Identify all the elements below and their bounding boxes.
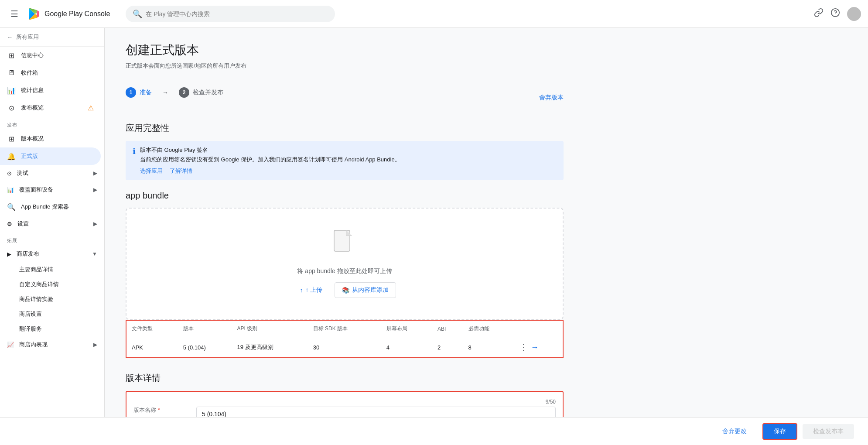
cell-screen-layout: 4	[381, 337, 432, 358]
topbar: ☰	[0, 0, 868, 28]
layout: ← 所有应用 ⊞ 信息中心 🖥 收件箱 📊 统计信息 ⊙ 发布概览 ⚠ 发布 ⊞…	[0, 28, 868, 417]
upload-arrow-icon: ↑	[300, 287, 303, 294]
abandon-version-link[interactable]: 舍弃版本	[539, 94, 564, 102]
chevron-right-icon: ▶	[93, 187, 97, 193]
warning-icon: ⚠	[88, 104, 94, 112]
app-logo[interactable]: Google Play Console	[27, 7, 110, 21]
cell-features: 8	[463, 337, 514, 358]
info-icon: ℹ	[133, 147, 136, 156]
sidebar-item-inbox[interactable]: 🖥 收件箱	[0, 64, 101, 82]
app-integrity-title: 应用完整性	[126, 122, 564, 134]
sidebar-item-publish-overview[interactable]: ⊙ 发布概览 ⚠	[0, 99, 101, 116]
sidebar-item-version-overview[interactable]: ⊞ 版本概况	[0, 130, 101, 147]
performance-icon: 📈	[7, 342, 14, 348]
chevron-down-icon: ▼	[92, 251, 97, 257]
col-screen-layout: 屏幕布局	[381, 320, 432, 337]
back-button[interactable]: ← 所有应用	[0, 28, 104, 47]
select-app-link[interactable]: 选择应用	[140, 167, 163, 175]
sidebar-item-app-bundle[interactable]: 🔍 App Bundle 探索器	[0, 198, 101, 216]
sidebar-sub-custom-details[interactable]: 自定义商品详情	[0, 277, 104, 292]
back-arrow-icon: ←	[7, 34, 13, 41]
col-abi: ABI	[432, 320, 463, 337]
sidebar-item-label: 统计信息	[21, 86, 44, 94]
version-name-label: 版本名称 *	[133, 406, 186, 414]
abandon-changes-button[interactable]: 舍弃更改	[712, 424, 757, 439]
sidebar-item-stats[interactable]: 📊 统计信息	[0, 82, 101, 99]
upload-hint-text: 将 app bundle 拖放至此处即可上传	[297, 267, 392, 275]
topbar-actions	[814, 7, 861, 21]
upload-button-label: ↑ 上传	[306, 286, 323, 294]
sidebar-item-performance[interactable]: 📈 商店内表现 ▶	[0, 336, 104, 353]
step-1-circle: 1	[126, 87, 136, 98]
step-2-label: 检查并发布	[193, 89, 223, 96]
sidebar-item-test[interactable]: ⊙ 测试 ▶	[0, 165, 104, 181]
table-row: APK 5 (0.104) 19 及更高级别 30 4 2 8 ⋮ →	[126, 337, 563, 358]
step-1-label: 准备	[140, 89, 152, 96]
sidebar-item-label: 正式版	[21, 152, 38, 160]
col-version: 版本	[178, 320, 232, 337]
save-button[interactable]: 保存	[762, 423, 797, 440]
sidebar-sub-shop-settings[interactable]: 商店设置	[0, 307, 104, 322]
search-input[interactable]	[146, 10, 328, 17]
svg-marker-3	[37, 10, 39, 18]
settings-icon: ⚙	[7, 221, 12, 227]
sidebar-item-coverage[interactable]: 📊 覆盖面和设备 ▶	[0, 181, 104, 198]
help-icon[interactable]	[830, 8, 840, 20]
avatar[interactable]	[847, 7, 861, 21]
sidebar-item-dashboard[interactable]: ⊞ 信息中心	[0, 47, 101, 64]
search-bar: 🔍	[126, 6, 335, 22]
col-features: 必需功能	[463, 320, 514, 337]
release-icon: 🔔	[7, 152, 16, 161]
sidebar-item-label: 设置	[17, 220, 29, 228]
sidebar: ← 所有应用 ⊞ 信息中心 🖥 收件箱 📊 统计信息 ⊙ 发布概览 ⚠ 发布 ⊞…	[0, 28, 105, 417]
sidebar-item-shop-publish[interactable]: ▶ 商店发布 ▼	[0, 246, 104, 262]
page-title: 创建正式版本	[126, 42, 246, 58]
chevron-right-icon: ▶	[93, 342, 97, 348]
menu-icon[interactable]: ☰	[7, 5, 22, 23]
sidebar-item-label: 测试	[17, 169, 28, 177]
version-details-title: 版本详情	[126, 372, 564, 384]
stats-icon: 📊	[7, 86, 16, 95]
sidebar-item-label: 发布概览	[21, 104, 44, 112]
main-content-area: 创建正式版本 正式版本会面向您所选国家/地区的所有用户发布 1 准备 → 2 检…	[105, 28, 868, 417]
step-2: 2 检查并发布	[179, 87, 223, 98]
sidebar-item-release[interactable]: 🔔 正式版	[0, 147, 101, 165]
sidebar-sub-experiment[interactable]: 商品详情实验	[0, 292, 104, 307]
review-publish-button: 检查发布本	[803, 424, 854, 439]
sidebar-item-label: 商店发布	[17, 250, 39, 258]
back-label: 所有应用	[16, 33, 39, 41]
sidebar-item-label: 版本概况	[21, 135, 44, 143]
library-add-button[interactable]: 📚 从内容库添加	[335, 282, 396, 298]
upload-button[interactable]: ↑ ↑ 上传	[293, 282, 330, 298]
version-form: 版本名称 * 9/50 此名称旨在让您可以识别这个版本，不会向 Google P…	[126, 391, 564, 417]
row-more-icon[interactable]: ⋮	[519, 342, 527, 352]
search-icon: 🔍	[133, 9, 142, 19]
sidebar-item-settings[interactable]: ⚙ 设置 ▶	[0, 216, 104, 232]
chevron-right-icon: ▶	[93, 170, 97, 176]
library-button-label: 从内容库添加	[352, 286, 389, 294]
col-file-type: 文件类型	[126, 320, 178, 337]
sidebar-item-label: 商店内表现	[19, 341, 48, 349]
row-arrow-icon[interactable]: →	[531, 343, 539, 352]
info-box-title: 版本不由 Google Play 签名	[140, 146, 400, 154]
bottom-bar: 舍弃更改 保存 检查发布本	[0, 417, 868, 445]
col-api-level: API 级别	[232, 320, 308, 337]
step-2-circle: 2	[179, 87, 189, 98]
shop-publish-icon: ▶	[7, 251, 11, 257]
cell-target-sdk: 30	[308, 337, 381, 358]
app-bundle-section-title: app bundle	[126, 191, 564, 201]
section-publish-label: 发布	[0, 116, 104, 130]
version-name-input[interactable]	[196, 407, 556, 417]
char-counter: 9/50	[196, 399, 556, 405]
sidebar-sub-main-details[interactable]: 主要商品详情	[0, 262, 104, 277]
steps: 1 准备 → 2 检查并发布	[126, 87, 223, 98]
link-icon[interactable]	[814, 8, 824, 20]
info-box: ℹ 版本不由 Google Play 签名 当前您的应用签名密钥没有受到 Goo…	[126, 141, 564, 180]
col-target-sdk: 目标 SDK 版本	[308, 320, 381, 337]
dashboard-icon: ⊞	[7, 51, 16, 60]
title-row: 创建正式版本 正式版本会面向您所选国家/地区的所有用户发布	[126, 42, 564, 77]
app-name: Google Play Console	[44, 10, 110, 18]
sidebar-sub-translation[interactable]: 翻译服务	[0, 322, 104, 336]
learn-more-link[interactable]: 了解详情	[170, 167, 192, 175]
step-divider: →	[162, 89, 168, 96]
